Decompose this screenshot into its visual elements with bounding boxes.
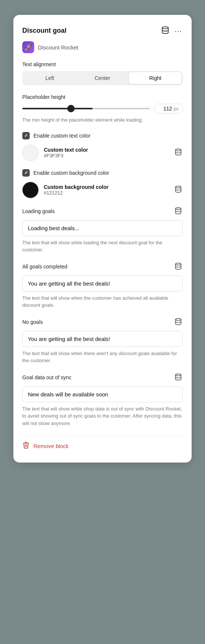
- svg-point-1: [176, 149, 181, 151]
- enable-text-color-row: Enable custom text color: [22, 132, 183, 139]
- placeholder-height-input[interactable]: [159, 106, 172, 112]
- out-of-sync-hint: The text that will show while shop data …: [22, 405, 183, 427]
- remove-block-label: Remove block: [33, 443, 69, 449]
- align-center-button[interactable]: Center: [76, 72, 129, 84]
- out-of-sync-db-icon[interactable]: [174, 373, 183, 383]
- bg-color-name: Custom background color: [44, 184, 108, 190]
- all-goals-hint: The text that will show when the custome…: [22, 294, 183, 309]
- app-row: 🚀 Discount Rocket: [22, 41, 183, 53]
- placeholder-height-slider[interactable]: [22, 108, 150, 109]
- text-color-db-icon[interactable]: [174, 148, 183, 158]
- placeholder-height-label: Placeholder height: [22, 94, 183, 100]
- header-actions: ···: [160, 25, 183, 36]
- placeholder-height-section: Placeholder height px The min height of …: [22, 94, 183, 124]
- no-goals-db-icon[interactable]: [174, 317, 183, 327]
- loading-goals-hint: The text that will show while loading th…: [22, 239, 183, 254]
- db-icon-header[interactable]: [160, 25, 170, 36]
- enable-text-color-checkbox[interactable]: [22, 132, 30, 139]
- slider-row: px: [22, 104, 183, 113]
- align-left-button[interactable]: Left: [23, 72, 76, 84]
- px-input-wrap: px: [154, 104, 183, 113]
- all-goals-completed-section: All goals completed The text that will s…: [22, 262, 183, 309]
- loading-goals-header: Loading goals: [22, 206, 183, 216]
- text-color-name: Custom text color: [44, 147, 88, 153]
- color-info: Custom text color #F3F3F3: [44, 147, 88, 158]
- enable-bg-color-row: Enable custom background color: [22, 169, 183, 177]
- custom-text-color-row: Custom text color #F3F3F3: [22, 145, 183, 161]
- panel-title: Discount goal: [22, 27, 66, 35]
- loading-goals-input[interactable]: [22, 220, 183, 236]
- app-icon: 🚀: [22, 41, 34, 53]
- svg-point-0: [162, 27, 169, 29]
- bg-color-swatch[interactable]: [22, 182, 39, 198]
- settings-panel: Discount goal ··· 🚀 Discount Rocket Text…: [13, 15, 192, 463]
- svg-point-3: [176, 207, 181, 209]
- remove-block-row[interactable]: Remove block: [22, 435, 183, 451]
- all-goals-input[interactable]: [22, 276, 183, 292]
- out-of-sync-label: Goal data out of sync: [22, 374, 71, 380]
- bg-color-db-icon[interactable]: [174, 185, 183, 195]
- svg-point-5: [176, 318, 181, 320]
- text-color-swatch[interactable]: [22, 145, 39, 161]
- text-color-hex: #F3F3F3: [44, 153, 88, 158]
- no-goals-label: No goals: [22, 319, 43, 325]
- all-goals-db-icon[interactable]: [174, 262, 183, 272]
- loading-goals-db-icon[interactable]: [174, 206, 183, 216]
- loading-goals-section: Loading goals The text that will show wh…: [22, 206, 183, 254]
- panel-header: Discount goal ···: [22, 25, 183, 36]
- enable-text-color-label: Enable custom text color: [33, 133, 90, 139]
- all-goals-label: All goals completed: [22, 264, 67, 270]
- text-alignment-label: Text alignment: [22, 61, 183, 67]
- bg-color-hex: #121212: [44, 190, 108, 196]
- trash-icon: [22, 441, 30, 451]
- svg-point-6: [176, 374, 181, 376]
- app-name: Discount Rocket: [38, 44, 78, 51]
- svg-point-2: [176, 186, 181, 188]
- custom-bg-color-row: Custom background color #121212: [22, 182, 183, 198]
- more-options-button[interactable]: ···: [174, 26, 183, 35]
- enable-bg-color-checkbox[interactable]: [22, 169, 30, 177]
- bg-color-left: Custom background color #121212: [22, 182, 108, 198]
- text-alignment-section: Text alignment Left Center Right: [22, 61, 183, 85]
- bg-color-info: Custom background color #121212: [44, 184, 108, 196]
- goal-data-out-of-sync-section: Goal data out of sync The text that will…: [22, 373, 183, 427]
- align-right-button[interactable]: Right: [129, 72, 182, 84]
- color-left: Custom text color #F3F3F3: [22, 145, 88, 161]
- out-of-sync-input[interactable]: [22, 386, 183, 402]
- loading-goals-label: Loading goals: [22, 208, 55, 214]
- no-goals-input[interactable]: [22, 331, 183, 347]
- no-goals-hint: The text that will show when there aren'…: [22, 350, 183, 364]
- alignment-toggle: Left Center Right: [22, 71, 183, 85]
- placeholder-height-hint: The min height of the placeholder elemen…: [22, 116, 183, 124]
- enable-bg-color-label: Enable custom background color: [33, 170, 109, 176]
- svg-point-4: [176, 263, 181, 265]
- all-goals-header: All goals completed: [22, 262, 183, 272]
- no-goals-section: No goals The text that will show when th…: [22, 317, 183, 364]
- px-unit-label: px: [173, 106, 179, 112]
- out-of-sync-header: Goal data out of sync: [22, 373, 183, 383]
- no-goals-header: No goals: [22, 317, 183, 327]
